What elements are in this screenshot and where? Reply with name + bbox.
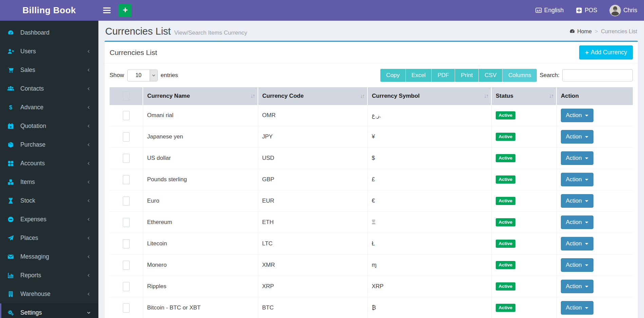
pdf-export-button[interactable]: PDF (432, 69, 455, 82)
row-action-button[interactable]: Action (561, 130, 593, 144)
copy-export-button[interactable]: Copy (380, 69, 406, 82)
column-header-currency-name[interactable]: Currency Name ↓↑ (143, 87, 258, 105)
language-icon: a A (535, 7, 542, 14)
reports-icon (7, 272, 16, 279)
chevron-left-icon (87, 105, 92, 110)
columns-export-button[interactable]: Columns (503, 69, 537, 82)
chevron-left-icon (87, 49, 92, 54)
sidebar-item-users[interactable]: Users (0, 42, 98, 61)
navbar-right: a A English POS (535, 5, 637, 16)
sidebar-item-purchase[interactable]: Purchase (0, 135, 98, 154)
excel-export-button[interactable]: Excel (406, 69, 432, 82)
breadcrumb-home[interactable]: Home (569, 29, 592, 35)
card-header: Currencies List + Add Currency (105, 42, 638, 63)
navbar-left: + (103, 4, 132, 17)
currency-code-cell: JPY (258, 126, 367, 148)
app-title: Billing Book (22, 5, 76, 16)
column-header-currency-code[interactable]: Currency Code ↓↑ (258, 87, 367, 105)
breadcrumb-current: Currencies List (601, 29, 637, 35)
caret-down-icon (585, 286, 588, 287)
row-checkbox[interactable] (123, 175, 130, 184)
page-title: Currencies ListView/Search Items Currenc… (105, 26, 247, 37)
sidebar-toggle-icon[interactable] (103, 4, 113, 17)
row-checkbox[interactable] (123, 154, 130, 163)
caret-down-icon (585, 115, 588, 116)
sidebar-item-settings[interactable]: Settings (0, 303, 98, 318)
row-action-button[interactable]: Action (561, 301, 593, 315)
row-checkbox[interactable] (123, 197, 130, 206)
sidebar-item-stock[interactable]: Stock (0, 191, 98, 210)
row-checkbox[interactable] (123, 239, 130, 248)
sidebar-item-contacts[interactable]: Contacts (0, 79, 98, 98)
row-checkbox[interactable] (123, 111, 130, 120)
sidebar-item-messaging[interactable]: Messaging (0, 247, 98, 266)
pos-link[interactable]: POS (576, 7, 597, 14)
currency-code-cell: ETH (258, 212, 367, 233)
user-menu[interactable]: Chris (609, 5, 637, 16)
currency-code-cell: USD (258, 148, 367, 169)
svg-text:$: $ (9, 104, 12, 111)
row-checkbox[interactable] (123, 132, 130, 142)
caret-down-icon (585, 222, 588, 223)
sidebar-item-quotation[interactable]: Quotation (0, 117, 98, 135)
purchase-icon (7, 142, 16, 148)
currency-name-cell: Monero (143, 255, 258, 276)
entries-select[interactable]: 10 (127, 70, 158, 81)
row-action-button[interactable]: Action (561, 216, 593, 229)
table-row: Ripples XRP XRP Active Action (110, 276, 633, 297)
language-label: English (544, 7, 564, 14)
page-length-control: Show 10 entries (110, 70, 178, 81)
row-checkbox[interactable] (123, 261, 130, 270)
table-row: Japanese yen JPY ¥ Active Action (110, 126, 633, 148)
row-action-button[interactable]: Action (561, 237, 593, 250)
currency-name-cell: US dollar (143, 148, 258, 169)
currency-code-cell: BTC (258, 297, 367, 318)
currency-name-cell: Japanese yen (143, 126, 258, 148)
top-navbar: + a A English POS (98, 0, 644, 21)
currency-symbol-cell: ¥ (367, 126, 491, 148)
currency-name-cell: Ripples (143, 276, 258, 297)
app-logo[interactable]: Billing Book (0, 0, 98, 21)
sort-icon: ↓↑ (484, 93, 488, 99)
row-checkbox[interactable] (123, 282, 130, 291)
row-checkbox[interactable] (123, 218, 130, 227)
column-header-currency-symbol[interactable]: Currency Symbol ↓↑ (367, 87, 491, 105)
select-all-checkbox[interactable] (123, 91, 130, 100)
row-action-button[interactable]: Action (561, 258, 593, 272)
sidebar-item-items[interactable]: Items (0, 173, 98, 191)
column-header-status[interactable]: Status ↓↑ (491, 87, 556, 105)
sidebar-item-sales[interactable]: Sales (0, 61, 98, 79)
csv-export-button[interactable]: CSV (479, 69, 503, 82)
sort-icon: ↓↑ (250, 93, 254, 99)
row-action-button[interactable]: Action (561, 173, 593, 186)
search-input[interactable] (562, 69, 633, 81)
sidebar-item-dashboard[interactable]: Dashboard (0, 23, 98, 42)
sidebar-item-accounts[interactable]: Accounts (0, 154, 98, 173)
sidebar-item-warehouse[interactable]: Warehouse (0, 285, 98, 303)
status-badge: Active (496, 154, 516, 162)
table-controls: Show 10 entries CopyExcelPDFPrintCSVColu… (110, 69, 633, 82)
print-export-button[interactable]: Print (455, 69, 479, 82)
chevron-down-icon (87, 311, 92, 315)
language-menu[interactable]: a A English (535, 7, 564, 14)
sidebar-item-advance[interactable]: $ Advance (0, 98, 98, 117)
sidebar-item-expenses[interactable]: Expenses (0, 210, 98, 229)
add-currency-button[interactable]: + Add Currency (579, 45, 633, 59)
caret-down-icon (585, 200, 588, 202)
caret-down-icon (585, 157, 588, 159)
currency-code-cell: EUR (258, 190, 367, 212)
row-checkbox[interactable] (123, 303, 130, 313)
caret-down-icon (585, 264, 588, 266)
sidebar-item-places[interactable]: Places (0, 229, 98, 247)
row-action-button[interactable]: Action (561, 194, 593, 208)
sidebar-menu: Dashboard Users Sales Contacts $ Advance… (0, 21, 98, 318)
sidebar-item-reports[interactable]: Reports (0, 266, 98, 285)
row-action-button[interactable]: Action (561, 151, 593, 165)
row-action-button[interactable]: Action (561, 280, 593, 293)
quick-add-button[interactable]: + (119, 4, 132, 17)
table-row: Ethereum ETH Ξ Active Action (110, 212, 633, 233)
app-root: Billing Book Dashboard Users Sales Conta… (0, 0, 644, 318)
table-row: Bitcoin - BTC or XBT BTC ₿ Active Action (110, 297, 633, 318)
caret-down-icon (585, 179, 588, 181)
row-action-button[interactable]: Action (561, 109, 593, 122)
